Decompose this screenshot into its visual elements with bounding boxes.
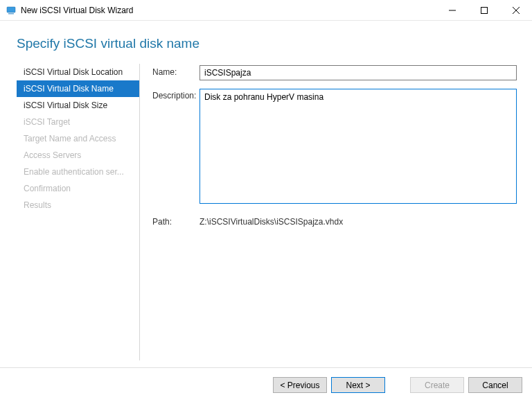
wizard-footer: < Previous Next > Create Cancel [0, 367, 532, 402]
path-label: Path: [152, 215, 200, 227]
next-button[interactable]: Next > [331, 377, 385, 393]
sidebar-item-results: Results [17, 197, 139, 213]
description-label: Description: [152, 89, 200, 204]
app-icon [6, 5, 17, 16]
path-value: Z:\iSCSIVirtualDisks\iSCSISpajza.vhdx [200, 215, 343, 227]
sidebar-item-name[interactable]: iSCSI Virtual Disk Name [17, 80, 139, 97]
minimize-button[interactable] [436, 0, 468, 21]
wizard-steps-sidebar: iSCSI Virtual Disk Location iSCSI Virtua… [17, 64, 140, 360]
sidebar-item-access-servers: Access Servers [17, 147, 139, 164]
window-title: New iSCSI Virtual Disk Wizard [21, 6, 133, 15]
titlebar: New iSCSI Virtual Disk Wizard [0, 0, 532, 21]
cancel-button[interactable]: Cancel [468, 377, 522, 393]
sidebar-item-confirmation: Confirmation [17, 180, 139, 197]
sidebar-item-authentication: Enable authentication ser... [17, 164, 139, 180]
maximize-button[interactable] [468, 0, 500, 21]
page-title: Specify iSCSI virtual disk name [17, 36, 532, 51]
create-button: Create [410, 377, 464, 393]
window-controls [436, 0, 532, 21]
header: Specify iSCSI virtual disk name [0, 21, 532, 64]
sidebar-item-size[interactable]: iSCSI Virtual Disk Size [17, 97, 139, 114]
svg-rect-3 [481, 7, 488, 13]
sidebar-item-target: iSCSI Target [17, 114, 139, 130]
main-panel: Name: Description: Path: Z:\iSCSIVirtual… [140, 64, 521, 360]
name-input[interactable] [200, 65, 517, 80]
svg-rect-1 [8, 13, 14, 15]
svg-rect-0 [7, 7, 15, 12]
close-button[interactable] [500, 0, 532, 21]
sidebar-item-target-name: Target Name and Access [17, 130, 139, 147]
sidebar-item-location[interactable]: iSCSI Virtual Disk Location [17, 64, 139, 80]
previous-button[interactable]: < Previous [273, 377, 327, 393]
description-textarea[interactable] [200, 89, 517, 204]
name-label: Name: [152, 65, 200, 80]
